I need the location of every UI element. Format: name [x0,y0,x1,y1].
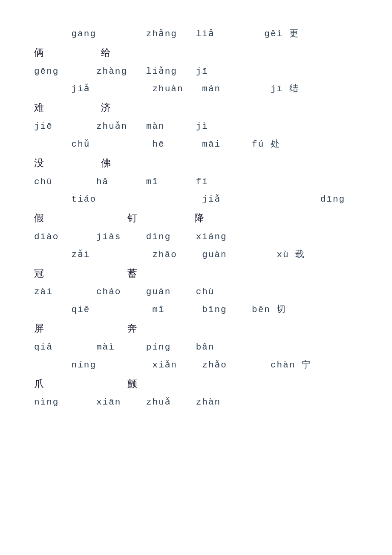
text-line-8: chù hâ mî fī [34,173,358,191]
text-line-6: chǔ hē māi fú 处 喝 [34,136,358,153]
text-line-4: 难 济 [34,98,358,117]
text-line-15: qiē mî bīng bēn 切 脉 [34,301,358,318]
main-content: gāng zhǎng liǎ gěi 更 涨俩 给gēng zhàng liǎn… [34,26,358,411]
text-line-7: 没 佛 [34,154,358,173]
text-line-1: 俩 给 [34,43,358,62]
text-line-2: gēng zhàng liǎng jī [34,63,358,80]
text-line-5: jiē zhuǎn màn jì [34,118,358,135]
text-line-18: níng xiǎn zhǎo chàn 宁 鲜 [34,357,358,374]
text-line-20: nìng xiān zhuǎ zhàn [34,394,358,411]
text-line-10: 假 钉 降 [34,209,358,228]
text-line-11: diào jiàs dìng xiáng [34,228,358,246]
text-line-16: 屏 奔 [34,319,358,338]
text-line-14: zài cháo guān chù [34,283,358,301]
text-line-9: tiáo jiǎ dīng jiàng 调 [34,191,358,208]
text-line-19: 爪 颤 [34,375,358,393]
text-line-13: 冠 蓄 [34,264,358,283]
text-line-12: zǎi zhāo guàn xù 载 朝 [34,246,358,263]
text-line-3: jiǎ zhuàn mán jī 结 转 [34,81,358,98]
text-line-17: qiâ màì píng bân [34,339,358,356]
text-line-0: gāng zhǎng liǎ gěi 更 涨 [34,26,358,43]
